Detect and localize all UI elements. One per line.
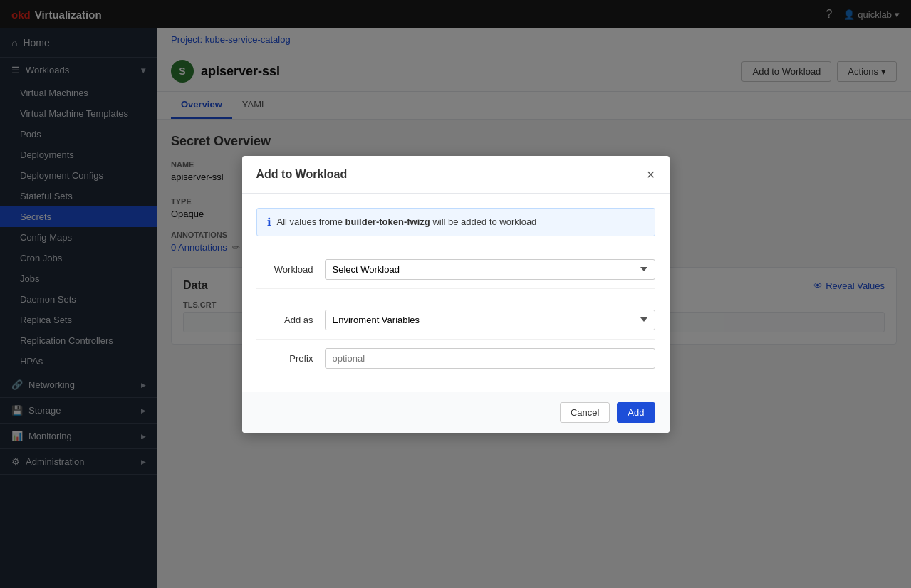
info-text-suffix: will be added to workload [430, 216, 537, 227]
workload-row: Workload Select Workload [256, 251, 655, 289]
modal-footer: Cancel Add [242, 392, 670, 433]
workload-label: Workload [256, 264, 313, 275]
add-as-select[interactable]: Enviroment Variables Volume [325, 310, 655, 330]
add-button[interactable]: Add [617, 402, 655, 423]
info-icon: ℹ [267, 216, 271, 229]
cancel-button[interactable]: Cancel [560, 402, 610, 423]
modal-body: ℹ All values frome builder-token-fwizg w… [242, 194, 670, 392]
prefix-input[interactable] [325, 348, 655, 369]
info-bold-text: builder-token-fwizg [345, 216, 430, 227]
modal-title: Add to Workload [256, 168, 348, 181]
modal-overlay: Add to Workload × ℹ All values frome bui… [0, 0, 911, 588]
info-banner: ℹ All values frome builder-token-fwizg w… [256, 208, 655, 236]
prefix-row: Prefix [256, 340, 655, 377]
add-as-label: Add as [256, 315, 313, 325]
prefix-label: Prefix [256, 353, 313, 364]
add-to-workload-modal: Add to Workload × ℹ All values frome bui… [242, 156, 670, 433]
add-as-row: Add as Enviroment Variables Volume [256, 301, 655, 340]
modal-close-button[interactable]: × [647, 167, 655, 182]
workload-select[interactable]: Select Workload [325, 259, 655, 280]
info-text-prefix: All values frome [277, 216, 345, 227]
modal-header: Add to Workload × [242, 156, 670, 194]
